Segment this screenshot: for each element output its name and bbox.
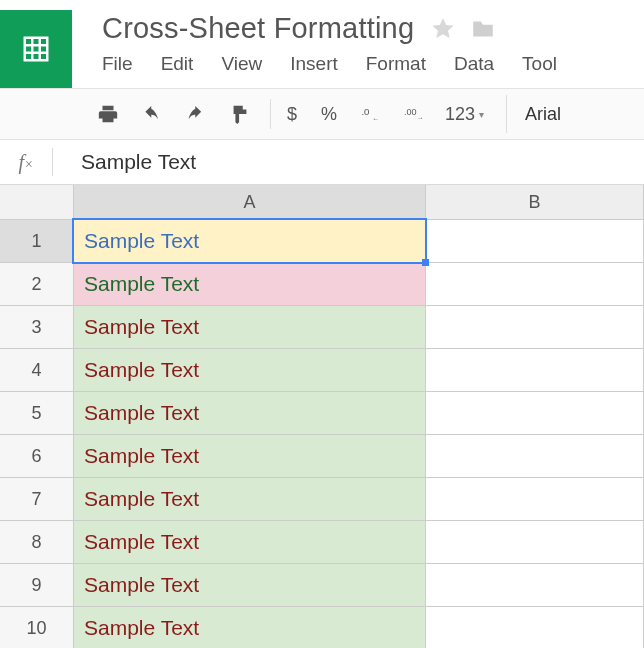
menu-bar: File Edit View Insert Format Data Tool bbox=[72, 45, 644, 85]
select-all-corner[interactable] bbox=[0, 185, 74, 219]
column-header-a[interactable]: A bbox=[74, 185, 426, 219]
row-header[interactable]: 6 bbox=[0, 435, 74, 477]
table-row: 5Sample Text bbox=[0, 392, 644, 435]
undo-icon[interactable] bbox=[136, 98, 168, 130]
separator bbox=[270, 99, 271, 129]
row-header[interactable]: 1 bbox=[0, 220, 74, 262]
menu-file[interactable]: File bbox=[102, 53, 133, 75]
menu-insert[interactable]: Insert bbox=[290, 53, 338, 75]
redo-icon[interactable] bbox=[180, 98, 212, 130]
svg-rect-0 bbox=[25, 38, 48, 61]
table-row: 1Sample Text bbox=[0, 220, 644, 263]
table-row: 4Sample Text bbox=[0, 349, 644, 392]
table-row: 7Sample Text bbox=[0, 478, 644, 521]
row-header[interactable]: 7 bbox=[0, 478, 74, 520]
toolbar: $ % .0← .00→ 123▾ Arial bbox=[0, 89, 644, 139]
row-header[interactable]: 9 bbox=[0, 564, 74, 606]
number-format-label: 123 bbox=[445, 104, 475, 125]
menu-view[interactable]: View bbox=[221, 53, 262, 75]
selection-handle[interactable] bbox=[422, 259, 429, 266]
formula-bar: f× Sample Text bbox=[0, 140, 644, 185]
cell[interactable] bbox=[426, 521, 644, 563]
table-row: 8Sample Text bbox=[0, 521, 644, 564]
folder-icon[interactable] bbox=[470, 16, 496, 42]
cell[interactable] bbox=[426, 306, 644, 348]
spreadsheet-grid: A B 1Sample Text2Sample Text3Sample Text… bbox=[0, 185, 644, 648]
cell[interactable] bbox=[426, 263, 644, 305]
fx-icon: f× bbox=[0, 151, 52, 174]
table-row: 10Sample Text bbox=[0, 607, 644, 648]
cell[interactable]: Sample Text bbox=[74, 349, 426, 391]
app-header: Cross-Sheet Formatting File Edit View In… bbox=[0, 0, 644, 88]
decrease-decimal-button[interactable]: .0← bbox=[355, 98, 387, 130]
currency-button[interactable]: $ bbox=[281, 98, 303, 130]
doc-title[interactable]: Cross-Sheet Formatting bbox=[102, 12, 414, 45]
row-header[interactable]: 10 bbox=[0, 607, 74, 648]
cell[interactable] bbox=[426, 607, 644, 648]
increase-decimal-button[interactable]: .00→ bbox=[399, 98, 431, 130]
separator bbox=[52, 148, 53, 176]
table-row: 6Sample Text bbox=[0, 435, 644, 478]
table-row: 2Sample Text bbox=[0, 263, 644, 306]
svg-text:.0: .0 bbox=[361, 106, 369, 117]
menu-edit[interactable]: Edit bbox=[161, 53, 194, 75]
cell[interactable]: Sample Text bbox=[74, 435, 426, 477]
cell[interactable] bbox=[426, 435, 644, 477]
star-icon[interactable] bbox=[430, 16, 456, 42]
print-icon[interactable] bbox=[92, 98, 124, 130]
table-row: 3Sample Text bbox=[0, 306, 644, 349]
sheets-logo bbox=[0, 10, 72, 88]
svg-text:.00: .00 bbox=[404, 107, 417, 117]
menu-tools[interactable]: Tool bbox=[522, 53, 557, 75]
svg-text:→: → bbox=[417, 114, 423, 121]
cell[interactable]: Sample Text bbox=[74, 564, 426, 606]
formula-input[interactable]: Sample Text bbox=[81, 150, 196, 174]
paint-format-icon[interactable] bbox=[224, 98, 256, 130]
cell[interactable]: Sample Text bbox=[74, 521, 426, 563]
menu-data[interactable]: Data bbox=[454, 53, 494, 75]
cell[interactable] bbox=[426, 349, 644, 391]
cell[interactable] bbox=[426, 564, 644, 606]
row-header[interactable]: 2 bbox=[0, 263, 74, 305]
number-format-button[interactable]: 123▾ bbox=[443, 98, 486, 130]
chevron-down-icon: ▾ bbox=[479, 109, 484, 120]
cell[interactable]: Sample Text bbox=[74, 478, 426, 520]
font-selector[interactable]: Arial bbox=[506, 95, 579, 133]
row-header[interactable]: 5 bbox=[0, 392, 74, 434]
cell[interactable]: Sample Text bbox=[74, 392, 426, 434]
cell[interactable]: Sample Text bbox=[74, 220, 426, 262]
row-header[interactable]: 3 bbox=[0, 306, 74, 348]
cell[interactable]: Sample Text bbox=[74, 607, 426, 648]
percent-button[interactable]: % bbox=[315, 98, 343, 130]
table-row: 9Sample Text bbox=[0, 564, 644, 607]
cell[interactable] bbox=[426, 220, 644, 262]
row-header[interactable]: 4 bbox=[0, 349, 74, 391]
cell[interactable]: Sample Text bbox=[74, 263, 426, 305]
menu-format[interactable]: Format bbox=[366, 53, 426, 75]
svg-text:←: ← bbox=[372, 115, 379, 122]
cell[interactable] bbox=[426, 478, 644, 520]
row-header[interactable]: 8 bbox=[0, 521, 74, 563]
column-header-b[interactable]: B bbox=[426, 185, 644, 219]
cell[interactable]: Sample Text bbox=[74, 306, 426, 348]
cell[interactable] bbox=[426, 392, 644, 434]
